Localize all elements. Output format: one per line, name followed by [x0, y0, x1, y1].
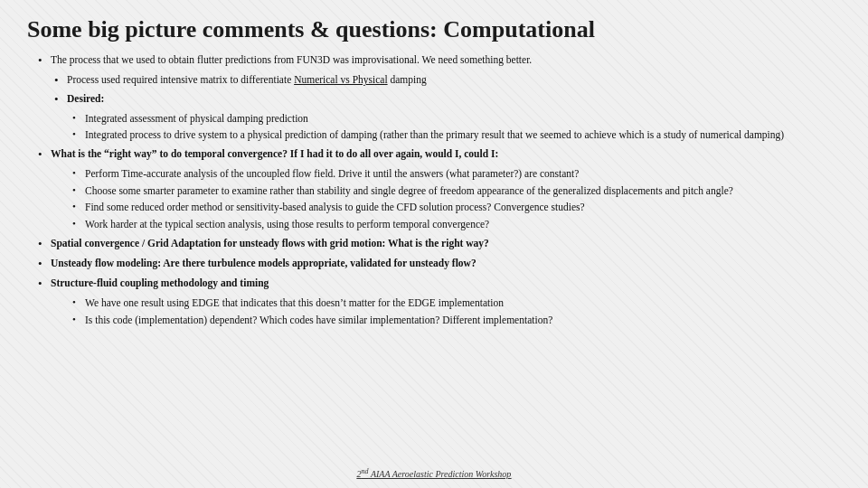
bullet-2: • What is the “right way” to do temporal…	[38, 146, 841, 163]
bullet-dot: •	[72, 217, 85, 231]
bullet-3-text: Spatial convergence / Grid Adaptation fo…	[51, 236, 489, 251]
bullet-1-2: • Desired:	[54, 91, 841, 108]
bullet-dot: •	[38, 236, 51, 252]
bullet-1-2-1: • Integrated assessment of physical damp…	[72, 111, 841, 127]
underline-text: Numerical vs Physical	[294, 74, 387, 85]
bullet-1-text: The process that we used to obtain flutt…	[51, 52, 532, 68]
bullet-2-4: • Work harder at the typical section ana…	[72, 217, 841, 232]
bullet-dot: •	[72, 183, 85, 198]
bullet-2-4-text: Work harder at the typical section analy…	[85, 217, 489, 232]
bullet-1-2-2-text: Integrated process to drive system to a …	[85, 127, 784, 143]
bullet-dot: •	[38, 146, 51, 163]
bullet-2-2-text: Choose some smarter parameter to examine…	[85, 183, 733, 199]
bullet-5-1-text: We have one result using EDGE that indic…	[85, 296, 504, 311]
bullet-dot: •	[72, 313, 85, 327]
bullet-4-text: Unsteady flow modeling: Are there turbul…	[51, 256, 476, 271]
bullet-1-1: • Process used required intensive matrix…	[54, 72, 841, 89]
bullet-1-2-text: Desired:	[67, 91, 104, 107]
slide: Some big picture comments & questions: C…	[0, 0, 868, 488]
bullet-dot: •	[54, 91, 67, 108]
footer-superscript: nd	[362, 467, 369, 475]
bullet-1-1-text: Process used required intensive matrix t…	[67, 72, 427, 88]
bullet-dot: •	[72, 166, 85, 181]
bullet-5-2: • Is this code (implementation) dependen…	[72, 313, 841, 328]
bullet-2-3-text: Find some reduced order method or sensit…	[85, 200, 585, 215]
bullet-2-text: What is the “right way” to do temporal c…	[51, 146, 498, 162]
bullet-dot: •	[72, 296, 85, 310]
bullet-dot: •	[72, 127, 85, 142]
bullet-dot: •	[38, 52, 51, 69]
bullet-2-1: • Perform Time-accurate analysis of the …	[72, 166, 841, 182]
bullet-dot: •	[72, 200, 85, 214]
bullet-5-2-text: Is this code (implementation) dependent?…	[85, 313, 552, 328]
slide-title: Some big picture comments & questions: C…	[27, 16, 841, 43]
bullet-4: • Unsteady flow modeling: Are there turb…	[38, 256, 841, 272]
bullet-dot: •	[54, 72, 67, 89]
bullet-2-3: • Find some reduced order method or sens…	[72, 200, 841, 215]
bullet-5-1: • We have one result using EDGE that ind…	[72, 296, 841, 311]
bullet-5: • Structure-fluid coupling methodology a…	[38, 276, 841, 292]
bullet-2-1-text: Perform Time-accurate analysis of the un…	[85, 166, 579, 182]
bullet-5-text: Structure-fluid coupling methodology and…	[51, 276, 269, 291]
slide-content: • The process that we used to obtain flu…	[27, 52, 841, 328]
footer-text: 2nd AIAA Aeroelastic Prediction Workshop	[357, 469, 512, 479]
slide-footer: 2nd AIAA Aeroelastic Prediction Workshop	[0, 467, 868, 479]
bullet-3: • Spatial convergence / Grid Adaptation …	[38, 236, 841, 252]
bullet-dot: •	[38, 276, 51, 292]
bullet-1-2-1-text: Integrated assessment of physical dampin…	[85, 111, 308, 127]
bullet-2-2: • Choose some smarter parameter to exami…	[72, 183, 841, 199]
bullet-1-2-2: • Integrated process to drive system to …	[72, 127, 841, 143]
bullet-dot: •	[72, 111, 85, 126]
bullet-1: • The process that we used to obtain flu…	[38, 52, 841, 69]
bullet-dot: •	[38, 256, 51, 272]
